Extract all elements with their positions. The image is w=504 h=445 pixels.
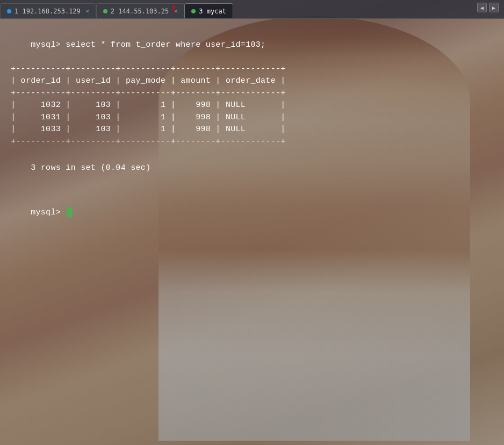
- tab-1[interactable]: 1 192.168.253.129 ✕: [0, 3, 96, 18]
- tab1-dot: [7, 9, 11, 13]
- tab-bar: 1 192.168.253.129 ✕ 2 144.55.103.25 ✕ 3 …: [0, 0, 504, 19]
- tab2-label: 2 144.55.103.25: [111, 8, 169, 15]
- table-separator-bottom: +----------+---------+----------+-------…: [11, 136, 493, 148]
- tab3-label: 3 mycat: [199, 8, 226, 15]
- tab1-label: 1 192.168.253.129: [15, 8, 81, 15]
- query-summary: 3 rows in set (0.04 sec): [11, 150, 493, 186]
- terminal-command: mysql> select * from t_order where user_…: [11, 27, 493, 63]
- table-separator-mid: +----------+---------+----------+-------…: [11, 88, 493, 100]
- table-row-1: | 1032 | 103 | 1 | 998 | NULL |: [11, 99, 493, 112]
- terminal-cursor: [67, 207, 72, 217]
- tab-nav-buttons: ◀ ▶: [477, 3, 499, 12]
- tab-3[interactable]: 3 mycat: [184, 3, 233, 18]
- tab2-dot: [103, 9, 107, 13]
- table-row-3: | 1033 | 103 | 1 | 998 | NULL |: [11, 124, 493, 136]
- prompt-text: mysql>: [31, 208, 66, 217]
- tab1-close[interactable]: ✕: [86, 8, 89, 14]
- terminal-content: mysql> select * from t_order where user_…: [0, 19, 504, 239]
- next-tab-button[interactable]: ▶: [489, 3, 499, 12]
- table-separator-top: +----------+---------+----------+-------…: [11, 63, 493, 76]
- table-row-2: | 1031 | 103 | 1 | 998 | NULL |: [11, 112, 493, 124]
- terminal-prompt-line: mysql>: [11, 195, 493, 232]
- tab3-dot: [191, 9, 196, 13]
- table-header: | order_id | user_id | pay_mode | amount…: [11, 75, 493, 88]
- prev-tab-button[interactable]: ◀: [477, 3, 487, 12]
